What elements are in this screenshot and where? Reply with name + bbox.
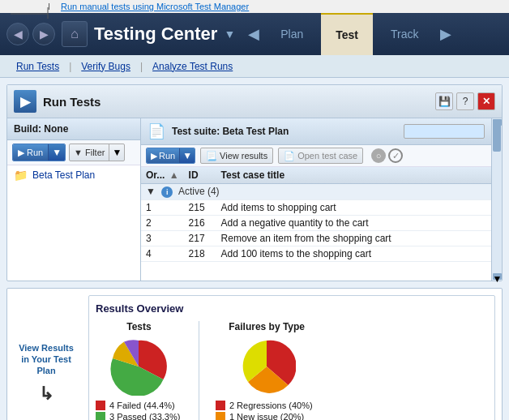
table-row: 3 217 Remove an item from the shopping c… <box>141 231 491 246</box>
back-button[interactable]: ◀ <box>6 23 29 45</box>
help-button[interactable]: ? <box>456 92 474 110</box>
table-header-row: Or... ▲ ID Test case title <box>141 167 491 184</box>
failures-pie-chart <box>237 337 296 396</box>
tests-legend: 4 Failed (44.4%) 3 Passed (33.3%) 1 Acti… <box>96 401 182 420</box>
tab-plan[interactable]: Plan <box>266 13 318 55</box>
results-title: Results Overview <box>96 302 488 315</box>
collapse-icon[interactable]: ▼ <box>146 186 156 197</box>
row-order: 4 <box>141 246 184 262</box>
row-title: Add items to shopping cart <box>216 200 491 216</box>
tests-pie-chart <box>109 337 168 396</box>
filter-icon: ▼ <box>74 148 83 157</box>
panel-body-wrapper: Build: None ▶ Run ▼ <box>7 118 502 281</box>
row-order: 3 <box>141 231 184 246</box>
table-container: Or... ▲ ID Test case title <box>141 167 491 262</box>
vertical-scrollbar[interactable]: ▲ ▼ <box>491 118 502 281</box>
suite-search-input[interactable] <box>404 124 485 139</box>
tests-chart-label: Tests <box>126 321 151 332</box>
home-button[interactable]: ⌂ <box>62 21 88 47</box>
failures-legend: 2 Regressions (40%) 1 New issue (20%) 2 … <box>216 401 318 420</box>
panel-actions: 💾 ? ✕ <box>435 92 495 110</box>
suite-run-main[interactable]: ▶ Run <box>147 148 179 163</box>
scroll-thumb[interactable] <box>493 119 501 152</box>
filter-dropdown-button[interactable]: ▼ <box>109 144 124 161</box>
results-inner: Results Overview Tests <box>88 295 495 420</box>
nav-right-chevron[interactable]: ▶ <box>437 25 455 43</box>
close-button[interactable]: ✕ <box>477 92 495 110</box>
toolbar-tab-run-tests[interactable]: Run Tests <box>6 58 69 75</box>
legend-item-failed: 4 Failed (44.4%) <box>96 401 182 410</box>
table-row: 1 215 Add items to shopping cart <box>141 200 491 216</box>
results-left-label: View Results in Your Test Plan ↳ <box>14 295 79 420</box>
left-pane: Build: None ▶ Run ▼ <box>7 118 141 281</box>
build-toolbar: ▶ Run ▼ ▼ Filter ▼ <box>7 140 140 165</box>
right-pane: 📄 Test suite: Beta Test Plan ▶ Run ▼ <box>141 118 491 281</box>
title-dropdown[interactable]: ▼ <box>224 28 235 41</box>
panel-body: Build: None ▶ Run ▼ <box>7 118 491 281</box>
page-title: Testing Center <box>94 24 217 45</box>
panel-icon: ▶ <box>14 90 36 113</box>
row-title: Remove an item from the shopping cart <box>216 231 491 246</box>
nav-left-chevron[interactable]: ◀ <box>245 25 263 43</box>
tab-test[interactable]: Test <box>321 13 373 55</box>
results-left-text: View Results in Your Test Plan <box>14 342 79 377</box>
suite-run-label: Run <box>159 151 175 161</box>
open-test-case-button[interactable]: 📄 Open test case <box>278 148 363 164</box>
table-row: 4 218 Add 100 items to the shopping cart <box>141 246 491 262</box>
row-order: 2 <box>141 216 184 231</box>
build-value: None <box>44 123 68 135</box>
group-row-active: ▼ i Active (4) <box>141 184 491 200</box>
annotation-link[interactable]: Run manual tests using Microsoft Test Ma… <box>61 2 249 11</box>
sort-icon: ▲ <box>169 169 179 181</box>
arrow-curve-icon: ↳ <box>39 382 53 407</box>
filter-label: Filter <box>85 148 105 157</box>
legend-text-passed: 3 Passed (33.3%) <box>109 412 180 420</box>
view-results-label: View results <box>220 151 267 161</box>
run-play-icon: ▶ <box>18 148 24 158</box>
build-header: Build: None <box>7 118 140 140</box>
run-dropdown-button[interactable]: ▼ <box>48 144 65 161</box>
view-results-button[interactable]: 📃 View results <box>200 148 273 164</box>
legend-item-regressions: 2 Regressions (40%) <box>216 401 318 410</box>
open-case-label: Open test case <box>297 151 357 161</box>
save-button[interactable]: 💾 <box>435 92 453 110</box>
suite-run-button[interactable]: ▶ Run ▼ <box>146 148 195 164</box>
row-id: 217 <box>184 231 216 246</box>
open-case-icon: 📄 <box>284 151 295 161</box>
view-results-icon: 📃 <box>206 151 217 161</box>
scroll-track <box>492 126 502 272</box>
filter-main-button[interactable]: ▼ Filter <box>70 144 109 161</box>
toolbar-tab-analyze[interactable]: Analyze Test Runs <box>143 58 242 75</box>
panel-title: Run Tests <box>43 95 429 109</box>
row-id: 218 <box>184 246 216 262</box>
run-main-button[interactable]: ▶ Run <box>13 144 48 161</box>
group-label: Active (4) <box>178 186 220 197</box>
divider <box>199 321 199 420</box>
suite-title: Test suite: Beta Test Plan <box>172 126 397 137</box>
status-icons: ○ ✓ <box>371 148 403 163</box>
suite-run-dropdown[interactable]: ▼ <box>179 148 195 163</box>
build-label: Build: <box>14 123 41 135</box>
scroll-down[interactable]: ▼ <box>493 273 502 280</box>
forward-button[interactable]: ▶ <box>32 23 55 45</box>
run-label: Run <box>27 148 43 157</box>
panel-header: ▶ Run Tests 💾 ? ✕ <box>7 85 502 118</box>
legend-color-failed <box>96 401 105 410</box>
group-status-icon: i <box>161 186 173 198</box>
tree-item-beta-test-plan[interactable]: 📁 Beta Test Plan <box>7 165 140 185</box>
tab-track[interactable]: Track <box>376 13 433 55</box>
status-icon-circle[interactable]: ○ <box>371 148 386 163</box>
filter-split-button[interactable]: ▼ Filter ▼ <box>69 144 125 161</box>
run-tests-panel: ▶ Run Tests 💾 ? ✕ Build: None <box>6 84 503 281</box>
legend-text-failed: 4 Failed (44.4%) <box>109 401 175 410</box>
status-icon-check[interactable]: ✓ <box>388 148 403 163</box>
row-title: Add a negative quantity to the cart <box>216 216 491 231</box>
row-order: 1 <box>141 200 184 216</box>
run-split-button[interactable]: ▶ Run ▼ <box>12 144 66 161</box>
tree-item-label: Beta Test Plan <box>32 169 95 181</box>
suite-header: 📄 Test suite: Beta Test Plan <box>141 118 491 145</box>
row-title: Add 100 items to the shopping cart <box>216 246 491 262</box>
toolbar-tab-verify-bugs[interactable]: Verify Bugs <box>71 58 140 75</box>
legend-item-new-issue: 1 New issue (20%) <box>216 412 318 420</box>
row-id: 215 <box>184 200 216 216</box>
